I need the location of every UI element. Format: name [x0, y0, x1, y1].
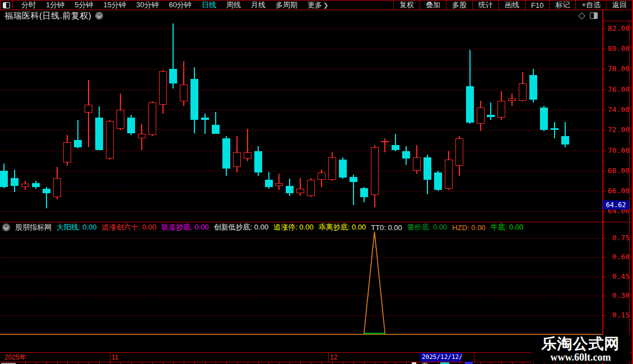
candle-up [138, 134, 146, 138]
indicator-axis-tick [602, 277, 606, 277]
right-ruler-dash [630, 27, 632, 27]
price-axis-border [602, 10, 603, 364]
candle-down [0, 171, 8, 187]
price-axis-minor-tick [602, 120, 604, 120]
right-ruler-dash [630, 168, 632, 169]
price-axis-label: 68.00 [604, 166, 630, 175]
candle-down [487, 115, 495, 117]
candle-up [85, 105, 92, 113]
right-ruler-dash [630, 97, 632, 98]
candle-up [233, 152, 241, 166]
candle-down [127, 118, 135, 133]
price-gridline [0, 69, 602, 69]
right-ruler-dash [630, 118, 632, 118]
app-window: 分时1分钟5分钟15分钟30分钟60分钟日线周线月线多周期更多❯ 复权叠加多股统… [0, 0, 633, 364]
indicator-gridline [0, 257, 602, 258]
right-ruler-dash [630, 37, 632, 38]
indicator-axis-minor-tick [602, 305, 604, 306]
candle-up [159, 71, 167, 105]
price-axis-label: 66.00 [604, 186, 630, 195]
candle-up [445, 160, 453, 189]
indicator-axis-label: 0.75 [604, 234, 630, 242]
indicator-field: 追涨停: 0.00 [273, 222, 314, 232]
candle-up [180, 85, 188, 102]
indicator-field: TT0: 0.00 [371, 223, 402, 232]
watermark: 乐淘公式网 www.60lt.com [532, 335, 630, 363]
price-axis-label: 78.00 [604, 64, 630, 73]
indicator-field: 量价底: 0.00 [407, 222, 448, 232]
candle-wick-up [300, 178, 301, 197]
right-ruler-dash [630, 259, 632, 259]
watermark-line1: 乐淘公式网 [533, 336, 629, 352]
candle-down [222, 138, 230, 169]
price-axis-minor-tick [602, 222, 604, 222]
price-axis-label: 80.00 [604, 44, 630, 53]
candle-up [519, 83, 527, 101]
candle-wick-down [554, 122, 555, 138]
candle-down [339, 160, 347, 178]
right-ruler-dash [630, 128, 632, 128]
candle-down [201, 118, 209, 120]
indicator-field: HZD: 0.00 [452, 223, 485, 232]
candle-up [413, 157, 421, 171]
candle-up [148, 102, 156, 135]
indicator-gridline [0, 238, 602, 239]
price-axis-label: 76.00 [604, 85, 630, 94]
right-ruler-dash [630, 249, 632, 249]
right-ruler-dash [630, 158, 632, 158]
candle-down [423, 157, 431, 180]
indicator-field: 乖离抄底: 0.00 [319, 222, 366, 232]
candle-up [328, 157, 336, 180]
indicator-axis-label: 0.30 [604, 291, 630, 300]
candle-up [371, 147, 379, 195]
watermark-line2: www.60lt.com [533, 352, 629, 363]
candle-down [43, 189, 50, 193]
candle-down [466, 86, 474, 123]
candle-wick-up [278, 174, 280, 190]
price-axis-tick [602, 110, 606, 110]
collapse-indicator-icon[interactable] [2, 223, 10, 231]
indicator-axis-minor-tick [602, 325, 604, 325]
right-ruler-dash [630, 57, 632, 58]
indicator-axis-minor-tick [602, 248, 604, 248]
indicator-axis-tick [602, 315, 606, 316]
right-ruler-dash [630, 138, 632, 138]
candle-down [286, 186, 294, 193]
month-separator [110, 352, 110, 362]
right-ruler-dash [630, 239, 632, 239]
candle-down [402, 151, 410, 158]
price-axis-tick [602, 211, 606, 212]
right-ruler-dash [630, 108, 632, 108]
candle-wick-up [88, 80, 89, 147]
candle-down [434, 172, 442, 190]
candle-up [244, 152, 252, 158]
price-axis-tick [602, 191, 606, 192]
cursor-tick [474, 352, 474, 362]
right-ruler-dash [630, 309, 632, 310]
axis-top-border [602, 21, 633, 21]
date-axis-label: 12 [330, 353, 337, 362]
price-gridline [0, 171, 602, 171]
price-axis-tick [602, 69, 606, 69]
right-ruler-dash [630, 269, 632, 269]
price-axis-label: 70.00 [604, 146, 630, 155]
candle-up [275, 183, 283, 186]
candle-up [455, 138, 463, 166]
candle-down [74, 140, 82, 147]
right-ruler-dash [630, 67, 632, 68]
candle-down [540, 108, 548, 130]
indicator-field: 牛底: 0.00 [491, 222, 524, 232]
candle-up [381, 141, 389, 142]
indicator-field: 轨道抄底: 0.00 [161, 222, 209, 232]
right-ruler-dash [630, 178, 632, 179]
indicator-axis-tick [602, 257, 606, 258]
candle-down [350, 177, 357, 182]
price-axis-label: 82.00 [604, 24, 630, 32]
candle-up [296, 189, 304, 193]
price-gridline [0, 49, 602, 49]
right-ruler-dash [630, 349, 632, 350]
indicator-field: 追涨创六十: 0.00 [102, 222, 157, 232]
price-gridline [0, 211, 602, 212]
price-axis-tick [602, 171, 606, 171]
right-ruler-dash [630, 228, 632, 229]
